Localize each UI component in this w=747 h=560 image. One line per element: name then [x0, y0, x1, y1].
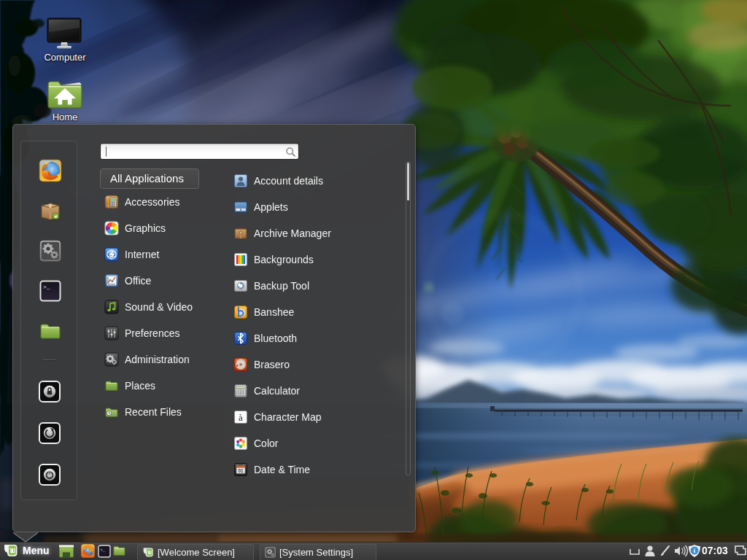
svg-text:>_: >_	[43, 284, 50, 290]
svg-text:à: à	[239, 412, 243, 423]
svg-text:>_: >_	[101, 548, 106, 553]
svg-text:01: 01	[238, 468, 244, 473]
